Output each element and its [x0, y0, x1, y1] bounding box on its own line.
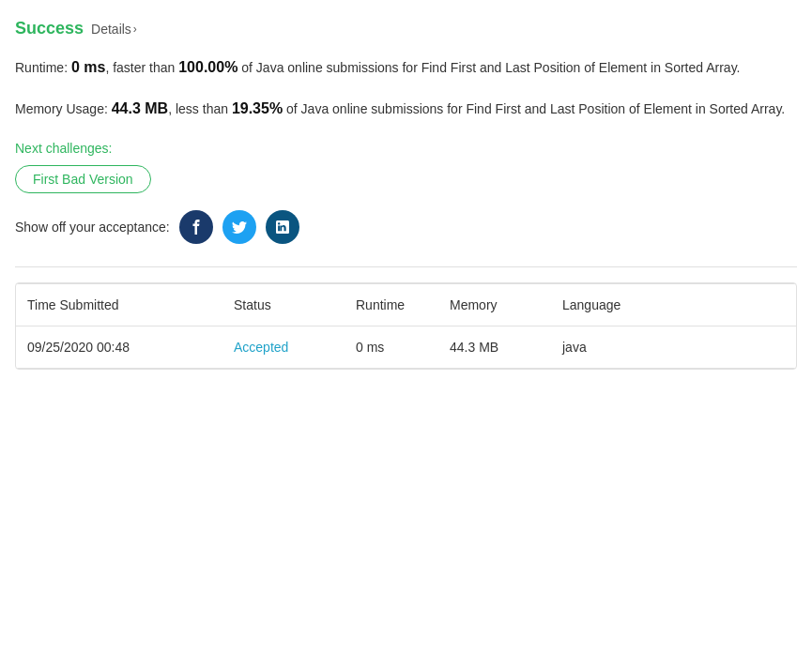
memory-value: 44.3 MB [112, 100, 168, 116]
cell-memory: 44.3 MB [438, 326, 551, 369]
memory-prefix: Memory Usage: [15, 101, 112, 116]
cell-time-submitted: 09/25/2020 00:48 [16, 326, 222, 369]
runtime-value: 0 ms [71, 59, 105, 75]
col-status: Status [222, 284, 345, 326]
memory-section: Memory Usage: 44.3 MB, less than 19.35% … [15, 97, 797, 121]
linkedin-icon[interactable] [266, 210, 299, 244]
header-row: Success Details › [15, 19, 797, 38]
runtime-middle: , faster than [105, 60, 178, 75]
memory-suffix: of Java online submissions for Find Firs… [283, 101, 785, 116]
twitter-icon[interactable] [222, 210, 256, 244]
divider [15, 266, 797, 267]
share-label: Show off your acceptance: [15, 220, 170, 235]
col-language: Language [551, 284, 796, 326]
details-link[interactable]: Details › [91, 22, 137, 37]
table-row: 09/25/2020 00:48Accepted0 ms44.3 MBjava [16, 326, 796, 369]
submissions-table: Time Submitted Status Runtime Memory Lan… [16, 283, 796, 369]
cell-runtime: 0 ms [345, 326, 438, 369]
runtime-prefix: Runtime: [15, 60, 71, 75]
next-challenges-label: Next challenges: [15, 141, 797, 156]
facebook-icon[interactable] [179, 210, 213, 244]
col-runtime: Runtime [345, 284, 438, 326]
share-row: Show off your acceptance: [15, 210, 797, 244]
memory-percent: 19.35% [232, 100, 283, 116]
details-label: Details [91, 22, 131, 37]
col-time-submitted: Time Submitted [16, 284, 222, 326]
success-label: Success [15, 19, 84, 38]
cell-language: java [551, 326, 796, 369]
first-bad-version-button[interactable]: First Bad Version [15, 165, 151, 193]
cell-status[interactable]: Accepted [222, 326, 345, 369]
runtime-section: Runtime: 0 ms, faster than 100.00% of Ja… [15, 55, 797, 80]
runtime-percent: 100.00% [178, 59, 237, 75]
table-header-row: Time Submitted Status Runtime Memory Lan… [16, 284, 796, 326]
col-memory: Memory [438, 284, 551, 326]
table-wrapper: Time Submitted Status Runtime Memory Lan… [15, 282, 797, 370]
memory-middle: , less than [168, 101, 232, 116]
chevron-right-icon: › [133, 23, 137, 36]
runtime-suffix: of Java online submissions for Find Firs… [237, 60, 740, 75]
